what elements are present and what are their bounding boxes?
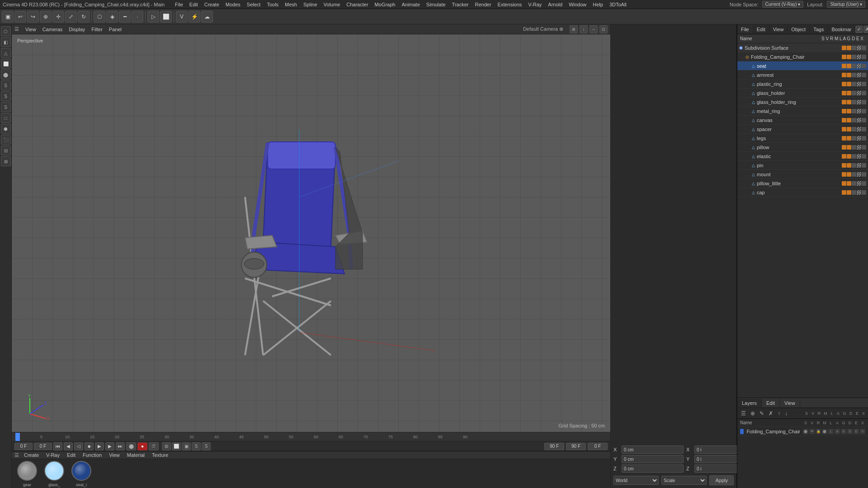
play-reverse-btn[interactable]: ◁ xyxy=(74,442,83,450)
left-tool-1[interactable]: ◧ xyxy=(1,37,11,47)
menu-item-file[interactable]: File xyxy=(172,1,186,8)
edge-mode-btn[interactable]: ━ xyxy=(119,11,131,23)
mat-menu-view[interactable]: View xyxy=(107,451,122,459)
mat-menu-v-ray[interactable]: V-Ray xyxy=(44,451,62,459)
obj-row-spacer[interactable]: △ spacer xyxy=(737,125,868,134)
obj-row-subdivision-surface[interactable]: ⬢ Subdivision Surface xyxy=(737,43,868,52)
layers-btn-0[interactable]: ☰ xyxy=(739,409,748,418)
apply-button[interactable]: Apply xyxy=(709,475,734,485)
coord-z-input[interactable] xyxy=(622,465,684,473)
menu-item-3dtoall[interactable]: 3DToAll xyxy=(606,1,630,8)
step-back-btn[interactable]: ◀ xyxy=(64,442,73,450)
layers-btn-2[interactable]: ✎ xyxy=(758,409,766,418)
mat-menu-material[interactable]: Material xyxy=(125,451,147,459)
left-tool-12[interactable]: ⊞ xyxy=(1,156,11,166)
obj-row-canvas[interactable]: △ canvas xyxy=(737,116,868,125)
timeline-extra-3[interactable]: S xyxy=(192,442,201,450)
menu-item-tracker[interactable]: Tracker xyxy=(449,1,472,8)
auto-btn[interactable]: ⏱ xyxy=(149,442,159,450)
layer-icon-L[interactable]: L xyxy=(828,429,834,434)
menu-item-edit[interactable]: Edit xyxy=(186,1,201,8)
layers-btn-1[interactable]: ⊕ xyxy=(749,409,757,418)
menu-item-tools[interactable]: Tools xyxy=(264,1,282,8)
point-mode-btn[interactable]: · xyxy=(132,11,143,23)
menu-item-spline[interactable]: Spline xyxy=(300,1,321,8)
layers-btn-4[interactable]: ↑ xyxy=(776,409,782,418)
menu-item-window[interactable]: Window xyxy=(566,1,590,8)
menu-item-volume[interactable]: Volume xyxy=(321,1,344,8)
viewport-hamburger[interactable]: ☰ xyxy=(14,26,19,32)
obj-row-glass-holder[interactable]: △ glass_holder xyxy=(737,89,868,98)
layer-icon-E[interactable]: E xyxy=(854,429,859,434)
frame-current-right[interactable] xyxy=(588,443,608,450)
menu-item-select[interactable]: Select xyxy=(244,1,264,8)
obj-row-pillow[interactable]: △ pillow xyxy=(737,143,868,152)
play-btn[interactable]: ▶ xyxy=(95,442,104,450)
scale-btn[interactable]: ⤢ xyxy=(65,11,77,23)
skip-end-btn[interactable]: ⏭ xyxy=(116,442,125,450)
layers-tab-edit[interactable]: Edit xyxy=(762,399,780,407)
world-dropdown[interactable]: World xyxy=(613,476,659,485)
left-tool-0[interactable]: ⬡ xyxy=(1,26,11,36)
viewport-ctrl-0[interactable]: ⊞ xyxy=(570,25,578,33)
left-tool-3[interactable]: ⬜ xyxy=(1,59,11,69)
timeline-extra-1[interactable]: ⬜ xyxy=(172,442,181,450)
menu-item-modes[interactable]: Modes xyxy=(222,1,244,8)
viewport-menu-filter[interactable]: Filter xyxy=(89,26,105,33)
obj-row-glass-holder-ring[interactable]: △ glass_holder_ring xyxy=(737,98,868,107)
layer-icon-D[interactable]: D xyxy=(847,429,853,434)
viewport-menu-view[interactable]: View xyxy=(23,26,39,33)
coord-x-input[interactable] xyxy=(622,446,684,454)
left-tool-7[interactable]: S xyxy=(1,102,11,112)
menu-item-animate[interactable]: Animate xyxy=(398,1,423,8)
layer-icon-G[interactable]: G xyxy=(841,429,846,434)
menu-item-arnold[interactable]: Arnold xyxy=(545,1,566,8)
left-tool-2[interactable]: △ xyxy=(1,48,11,58)
viewport-ctrl-1[interactable]: ↕ xyxy=(580,25,588,33)
obj-tab-tags[interactable]: Tags xyxy=(810,25,828,33)
layer-icon-X[interactable]: X xyxy=(860,429,865,434)
menu-item-create[interactable]: Create xyxy=(201,1,222,8)
mode-btn[interactable]: ▣ xyxy=(2,11,14,23)
menu-item-v-ray[interactable]: V-Ray xyxy=(525,1,545,8)
move-btn[interactable]: ✛ xyxy=(52,11,64,23)
mat-menu-function[interactable]: Function xyxy=(80,451,104,459)
obj-tab-object[interactable]: Object xyxy=(788,25,810,33)
timeline-extra-0[interactable]: ⊞ xyxy=(162,442,171,450)
live-selection-btn[interactable]: ⊕ xyxy=(40,11,52,23)
layer-icon-S[interactable]: ⬤ xyxy=(803,429,808,434)
timeline-extra-4[interactable]: S xyxy=(202,442,211,450)
left-tool-8[interactable]: □ xyxy=(1,113,11,123)
mat-menu-create[interactable]: Create xyxy=(22,451,41,459)
stop-btn[interactable]: ■ xyxy=(85,442,94,450)
obj-tab-edit[interactable]: Edit xyxy=(753,25,769,33)
frame-start-input[interactable] xyxy=(14,443,33,450)
menu-item-render[interactable]: Render xyxy=(472,1,494,8)
material-gear[interactable]: gear xyxy=(17,461,37,487)
obj-tab-action-1[interactable]: ✗ xyxy=(863,26,868,33)
menu-item-character[interactable]: Character xyxy=(343,1,371,8)
layers-tab-view[interactable]: View xyxy=(780,399,800,407)
layers-btn-5[interactable]: ↓ xyxy=(783,409,789,418)
left-tool-6[interactable]: S xyxy=(1,91,11,101)
mat-hamburger[interactable]: ☰ xyxy=(14,452,19,458)
frame-end-input1[interactable] xyxy=(544,443,564,450)
obj-row-armrest[interactable]: △ armrest xyxy=(737,70,868,80)
vray2-btn[interactable]: ⚡ xyxy=(189,11,200,23)
viewport-ctrl-2[interactable]: ↔ xyxy=(590,25,598,33)
layer-icon-A[interactable]: A xyxy=(835,429,840,434)
vray3-btn[interactable]: ☁ xyxy=(201,11,213,23)
layer-icon-R[interactable]: 🔒 xyxy=(816,429,821,434)
key-btn[interactable]: ⬤ xyxy=(126,442,136,450)
render-region-btn[interactable]: ⬜ xyxy=(160,11,172,23)
obj-row-metal-ring[interactable]: △ metal_ring xyxy=(737,107,868,116)
undo-btn[interactable]: ↩ xyxy=(14,11,26,23)
viewport-ctrl-3[interactable]: ⊡ xyxy=(599,25,608,33)
obj-row-pillow-little[interactable]: △ pillow_little xyxy=(737,179,868,188)
timeline-playhead[interactable] xyxy=(15,435,20,439)
viewport-3d[interactable]: Perspective Grid Spacing : 50 cm X Y Z xyxy=(12,34,610,432)
left-tool-11[interactable]: ⊟ xyxy=(1,145,11,155)
left-tool-5[interactable]: S xyxy=(1,80,11,90)
layer-icon-M[interactable]: ⬤ xyxy=(822,429,827,434)
obj-row-cap[interactable]: △ cap xyxy=(737,188,868,197)
